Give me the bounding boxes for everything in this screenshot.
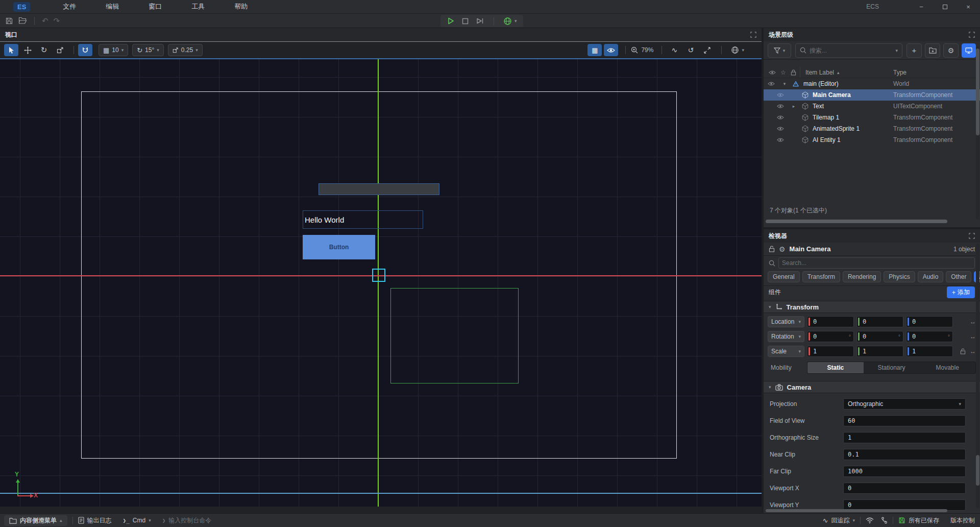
scale-tool-button[interactable] — [53, 44, 67, 56]
zoom-level[interactable]: 79% — [641, 46, 653, 54]
cmd-dropdown[interactable]: ❯_ Cmd ▾ — [123, 517, 151, 524]
column-item-label[interactable]: Item Label ▴ — [800, 69, 893, 76]
minimize-button[interactable]: − — [910, 0, 933, 14]
gizmo-visibility-button[interactable] — [604, 44, 618, 56]
hierarchy-row-ai-entity[interactable]: AI Entity 1 TransformComponent — [764, 134, 980, 146]
tab-audio[interactable]: Audio — [918, 271, 944, 282]
mobility-movable[interactable]: Movable — [919, 362, 975, 373]
hierarchy-search[interactable]: ▾ — [795, 43, 902, 58]
hierarchy-expand-icon[interactable] — [969, 32, 975, 38]
menu-edit[interactable]: 编辑 — [106, 2, 119, 11]
ui-text-element[interactable]: Hello World — [303, 210, 423, 229]
eye-icon[interactable] — [773, 115, 788, 120]
grid-snap-dropdown[interactable]: ▦ 10 ▾ — [99, 44, 128, 56]
save-status[interactable]: 所有已保存 — [898, 516, 939, 525]
fit-view-button[interactable] — [700, 44, 714, 56]
unlock-icon[interactable] — [960, 348, 966, 354]
scale-mode-dropdown[interactable]: Scale ▾ — [768, 346, 804, 357]
camera-mode-dropdown[interactable]: ▾ — [727, 44, 748, 56]
rotation-z-field[interactable]: 0° — [906, 331, 953, 342]
step-button[interactable] — [476, 17, 484, 25]
link-values-icon[interactable]: ↔ — [970, 318, 976, 325]
location-y-field[interactable]: 0 — [856, 316, 903, 327]
menu-help[interactable]: 帮助 — [234, 2, 248, 11]
inspector-scrollbar-track[interactable] — [976, 244, 979, 508]
save-icon[interactable] — [5, 17, 13, 25]
projection-dropdown[interactable]: Orthographic ▾ — [843, 398, 966, 410]
tab-other[interactable]: Other — [946, 271, 971, 282]
tab-general[interactable]: General — [768, 271, 800, 282]
far-clip-field[interactable]: 1000 — [843, 466, 966, 477]
select-tool-button[interactable] — [4, 44, 18, 56]
snap-toggle-button[interactable] — [78, 44, 92, 56]
scene-canvas[interactable]: Hello World Button Y X — [0, 58, 762, 507]
inspector-search-input[interactable] — [782, 259, 971, 267]
tab-transform[interactable]: Transform — [802, 271, 840, 282]
column-type[interactable]: Type — [893, 69, 980, 76]
eye-icon[interactable] — [773, 126, 788, 131]
maximize-button[interactable] — [933, 0, 957, 14]
lock-icon[interactable] — [791, 69, 796, 76]
play-button[interactable] — [447, 17, 455, 25]
backtrace-dropdown[interactable]: ∿ 回追踪 ▾ — [823, 516, 855, 525]
menu-file[interactable]: 文件 — [63, 2, 76, 11]
gear-icon[interactable]: ⚙ — [779, 245, 786, 253]
inspector-scrollbar-thumb[interactable] — [976, 455, 979, 486]
fov-field[interactable]: 60 — [843, 415, 966, 426]
inspector-search-box[interactable] — [778, 257, 975, 269]
open-folder-icon[interactable] — [18, 17, 27, 25]
location-z-field[interactable]: 0 — [906, 316, 953, 327]
inspector-expand-icon[interactable] — [969, 233, 975, 239]
selection-handle-square[interactable] — [372, 269, 385, 282]
chevron-down-icon[interactable]: ▾ — [779, 81, 790, 86]
eye-icon[interactable] — [769, 70, 776, 75]
rotate-snap-dropdown[interactable]: ↻ 15° ▾ — [132, 44, 164, 56]
ui-button-element[interactable]: Button — [303, 235, 375, 259]
hierarchy-row-text[interactable]: ▸ Text UITextComponent — [764, 101, 980, 112]
eye-icon[interactable] — [773, 104, 788, 109]
hierarchy-scrollbar-thumb[interactable] — [976, 49, 979, 135]
scale-y-field[interactable]: 1 — [856, 346, 903, 357]
viewport-x-field[interactable]: 0 — [843, 483, 966, 494]
hierarchy-horizontal-scrollbar[interactable] — [766, 220, 947, 223]
lock-icon[interactable] — [769, 246, 775, 252]
new-folder-button[interactable] — [925, 43, 940, 58]
menu-tools[interactable]: 工具 — [191, 2, 205, 11]
rotation-mode-dropdown[interactable]: Rotation ▾ — [768, 331, 804, 342]
close-button[interactable]: × — [957, 0, 980, 14]
output-log-button[interactable]: 输出日志 — [78, 516, 112, 525]
hierarchy-row-main[interactable]: ▾ main (Editor) World — [764, 78, 980, 89]
chevron-right-icon[interactable]: ▸ — [788, 104, 799, 109]
eye-icon[interactable] — [764, 81, 779, 86]
grid-toggle-button[interactable]: ▦ — [587, 44, 602, 56]
content-drawer-button[interactable]: 内容侧滑菜单 ▴ — [4, 515, 67, 526]
scale-z-field[interactable]: 1 — [906, 346, 953, 357]
camera-section-header[interactable]: ▾ Camera — [764, 381, 980, 393]
add-component-button[interactable]: + 添加 — [947, 286, 975, 298]
eye-icon[interactable] — [773, 137, 788, 142]
filter-dropdown[interactable]: ▾ — [768, 43, 791, 58]
eye-icon[interactable] — [773, 92, 788, 98]
ui-panel-bar[interactable] — [318, 183, 439, 195]
transform-section-header[interactable]: ▾ Transform — [764, 301, 980, 313]
app-logo[interactable]: ES — [13, 2, 30, 12]
tab-rendering[interactable]: Rendering — [843, 271, 881, 282]
run-target-dropdown[interactable]: ▾ — [503, 17, 517, 26]
rotation-x-field[interactable]: 0° — [807, 331, 854, 342]
viewport-expand-icon[interactable] — [750, 32, 756, 38]
link-values-icon[interactable]: ↔ — [970, 333, 976, 340]
stop-button[interactable] — [462, 18, 469, 25]
hierarchy-settings-button[interactable]: ⚙ — [943, 43, 959, 58]
menu-window[interactable]: 窗口 — [149, 2, 162, 11]
console-input-row[interactable]: ❯ 输入控制台命令 — [162, 516, 212, 525]
reset-view-button[interactable]: ↺ — [683, 44, 698, 56]
hierarchy-scrollbar-track[interactable] — [976, 46, 979, 219]
stats-button[interactable]: ∿ — [667, 44, 681, 56]
mobility-static[interactable]: Static — [807, 362, 864, 373]
scale-x-field[interactable]: 1 — [807, 346, 854, 357]
location-x-field[interactable]: 0 — [807, 316, 854, 327]
redo-icon[interactable]: ↷ — [54, 16, 60, 26]
network-status-icon[interactable] — [866, 517, 874, 523]
undo-icon[interactable]: ↶ — [42, 16, 48, 26]
link-values-icon[interactable]: ↔ — [970, 348, 976, 355]
